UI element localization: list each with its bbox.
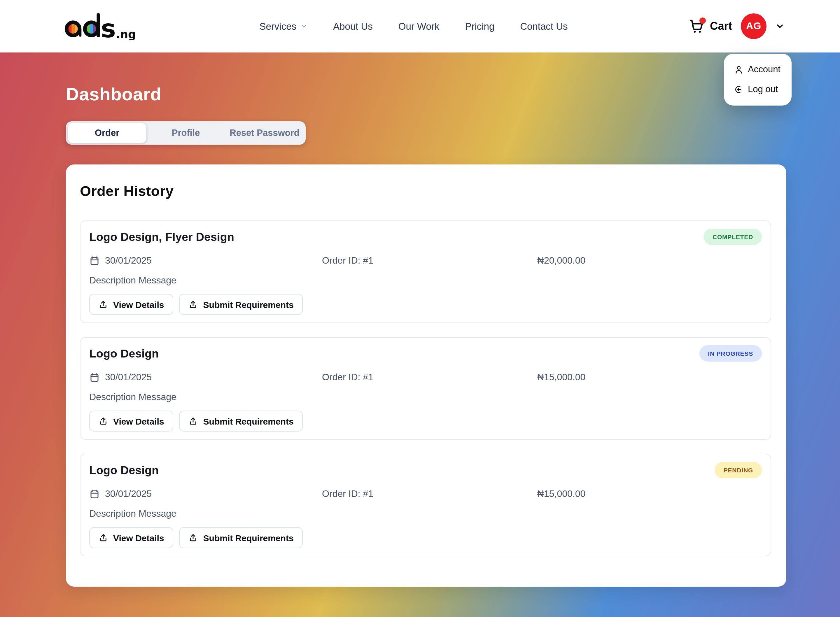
user-avatar[interactable]: AG (741, 13, 766, 39)
brand-logo[interactable]: s .ng (64, 12, 139, 40)
tab-reset-password[interactable]: Reset Password (225, 123, 304, 143)
submit-requirements-button[interactable]: Submit Requirements (179, 410, 303, 431)
view-details-button[interactable]: View Details (89, 294, 174, 315)
nav-our-work-label: Our Work (399, 21, 440, 32)
cart-notification-dot (700, 18, 706, 24)
order-date-label: 30/01/2025 (105, 255, 152, 266)
order-id: Order ID: #1 (322, 255, 537, 266)
status-badge: IN PROGRESS (699, 345, 762, 362)
tab-profile[interactable]: Profile (146, 123, 225, 143)
order-title: Logo Design, Flyer Design (89, 230, 234, 244)
order-description: Description Message (89, 509, 762, 519)
view-details-label: View Details (113, 533, 164, 543)
nav-our-work[interactable]: Our Work (399, 21, 440, 32)
nav-pricing[interactable]: Pricing (465, 21, 495, 32)
order-card: Logo Design PENDING 30/01/2025 Order ID:… (80, 454, 771, 556)
order-date: 30/01/2025 (89, 489, 322, 499)
user-menu-chevron-icon[interactable] (775, 22, 785, 31)
dashboard-body: Dashboard Order Profile Reset Password O… (0, 53, 840, 617)
submit-requirements-button[interactable]: Submit Requirements (179, 294, 303, 315)
top-navigation-bar: s .ng Services About Us Our Work Pricing… (0, 0, 840, 53)
order-description: Description Message (89, 275, 762, 286)
nav-services-label: Services (259, 21, 296, 32)
order-date-label: 30/01/2025 (105, 372, 152, 382)
dashboard-screen: s .ng Services About Us Our Work Pricing… (0, 0, 840, 617)
order-meta-row: 30/01/2025 Order ID: #1 ₦20,000.00 (89, 255, 762, 266)
view-details-button[interactable]: View Details (89, 527, 174, 548)
order-actions: View Details Submit Requirements (89, 410, 762, 431)
order-card: Logo Design, Flyer Design COMPLETED 30/0… (80, 220, 771, 323)
calendar-icon (89, 372, 100, 382)
logout-icon (734, 84, 744, 94)
order-price: ₦20,000.00 (537, 255, 762, 266)
order-meta-row: 30/01/2025 Order ID: #1 ₦15,000.00 (89, 372, 762, 382)
order-history-panel: Order History Logo Design, Flyer Design … (66, 164, 786, 587)
logout-label: Log out (748, 84, 778, 94)
order-card: Logo Design IN PROGRESS 30/01/2025 Order… (80, 337, 771, 440)
order-meta-row: 30/01/2025 Order ID: #1 ₦15,000.00 (89, 489, 762, 499)
chevron-down-icon (300, 23, 307, 30)
order-title: Logo Design (89, 347, 159, 360)
upload-icon (99, 300, 108, 309)
account-dropdown-menu: Account Log out (724, 54, 791, 106)
order-list: Logo Design, Flyer Design COMPLETED 30/0… (80, 220, 771, 556)
dashboard-tabs: Order Profile Reset Password (66, 121, 306, 145)
view-details-label: View Details (113, 300, 164, 309)
status-badge: PENDING (715, 462, 762, 478)
upload-icon (189, 416, 198, 426)
cart-button[interactable]: Cart (688, 18, 732, 34)
order-description: Description Message (89, 392, 762, 402)
submit-requirements-button[interactable]: Submit Requirements (179, 527, 303, 548)
upload-icon (189, 300, 198, 309)
order-actions: View Details Submit Requirements (89, 527, 762, 548)
order-title: Logo Design (89, 463, 159, 477)
upload-icon (99, 416, 108, 426)
nav-about-us[interactable]: About Us (333, 21, 373, 32)
status-badge: COMPLETED (704, 229, 762, 245)
svg-text:.ng: .ng (116, 28, 136, 40)
view-details-button[interactable]: View Details (89, 410, 174, 431)
nav-contact-label: Contact Us (520, 21, 568, 32)
view-details-label: View Details (113, 416, 164, 426)
main-nav: Services About Us Our Work Pricing Conta… (259, 21, 568, 32)
submit-requirements-label: Submit Requirements (203, 533, 294, 543)
nav-pricing-label: Pricing (465, 21, 495, 32)
calendar-icon (89, 255, 100, 266)
upload-icon (189, 533, 198, 542)
order-id: Order ID: #1 (322, 489, 537, 499)
upload-icon (99, 533, 108, 542)
submit-requirements-label: Submit Requirements (203, 416, 294, 426)
order-date-label: 30/01/2025 (105, 489, 152, 499)
order-price: ₦15,000.00 (537, 489, 762, 499)
nav-contact-us[interactable]: Contact Us (520, 21, 568, 32)
cart-icon (688, 18, 705, 34)
nav-services[interactable]: Services (259, 21, 307, 32)
calendar-icon (89, 489, 100, 499)
menu-item-account[interactable]: Account (734, 64, 781, 75)
svg-text:s: s (101, 14, 115, 40)
order-price: ₦15,000.00 (537, 372, 762, 382)
user-icon (734, 65, 744, 74)
header-right-cluster: Cart AG (688, 13, 785, 39)
order-date: 30/01/2025 (89, 372, 322, 382)
order-history-title: Order History (80, 183, 771, 199)
tab-order[interactable]: Order (68, 123, 146, 143)
order-id: Order ID: #1 (322, 372, 537, 382)
submit-requirements-label: Submit Requirements (203, 300, 294, 309)
cart-label: Cart (710, 20, 732, 32)
nav-about-label: About Us (333, 21, 373, 32)
ads-ng-logo-icon: s .ng (64, 12, 139, 40)
menu-item-logout[interactable]: Log out (734, 84, 781, 94)
account-label: Account (748, 64, 781, 75)
order-actions: View Details Submit Requirements (89, 294, 762, 315)
order-date: 30/01/2025 (89, 255, 322, 266)
